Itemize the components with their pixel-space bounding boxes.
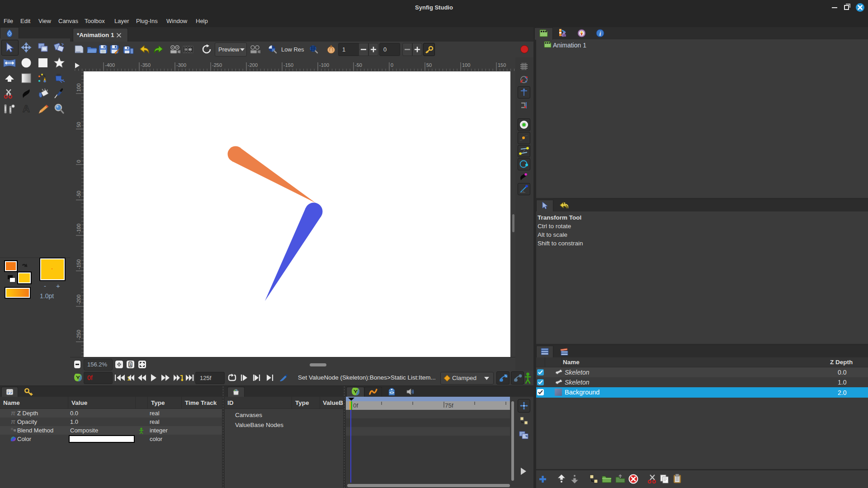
svg-text:-350: -350 — [141, 62, 151, 68]
svg-text:0: 0 — [76, 160, 81, 163]
svg-text:-250: -250 — [76, 330, 81, 340]
svg-text:100: 100 — [76, 84, 81, 92]
svg-text:-200: -200 — [248, 62, 258, 68]
svg-text:-250: -250 — [212, 62, 222, 68]
svg-text:-400: -400 — [105, 62, 115, 68]
svg-text:A: A — [23, 103, 30, 114]
svg-text:-100: -100 — [319, 62, 329, 68]
svg-text:-150: -150 — [76, 259, 81, 269]
svg-text:50: 50 — [426, 62, 432, 68]
svg-text:-50: -50 — [355, 62, 362, 68]
svg-text:-50: -50 — [76, 191, 81, 198]
svg-text:-150: -150 — [283, 62, 293, 68]
svg-text:-100: -100 — [76, 224, 81, 234]
svg-text:150: 150 — [498, 62, 506, 68]
svg-text:<>: <> — [389, 390, 394, 395]
svg-text:0: 0 — [391, 62, 393, 68]
svg-text:50: 50 — [76, 122, 81, 127]
svg-text:-200: -200 — [76, 295, 81, 305]
svg-text:i: i — [599, 30, 601, 37]
svg-text:1: 1 — [129, 362, 132, 367]
svg-text:100: 100 — [462, 62, 470, 68]
svg-text:-300: -300 — [176, 62, 186, 68]
